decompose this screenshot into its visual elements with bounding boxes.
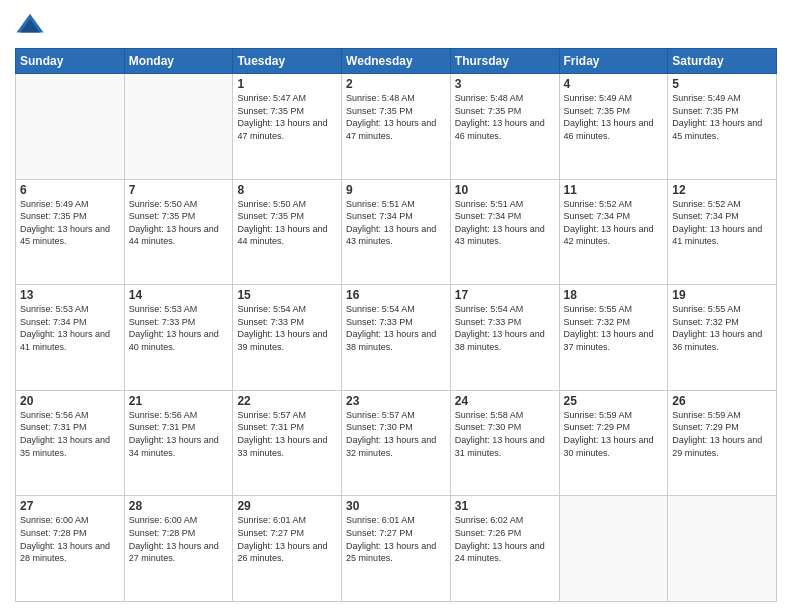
calendar-header-friday: Friday (559, 49, 668, 74)
calendar-table: SundayMondayTuesdayWednesdayThursdayFrid… (15, 48, 777, 602)
calendar-cell: 29Sunrise: 6:01 AM Sunset: 7:27 PM Dayli… (233, 496, 342, 602)
calendar-cell: 24Sunrise: 5:58 AM Sunset: 7:30 PM Dayli… (450, 390, 559, 496)
calendar-cell: 27Sunrise: 6:00 AM Sunset: 7:28 PM Dayli… (16, 496, 125, 602)
calendar-cell: 26Sunrise: 5:59 AM Sunset: 7:29 PM Dayli… (668, 390, 777, 496)
day-info: Sunrise: 5:48 AM Sunset: 7:35 PM Dayligh… (346, 92, 446, 142)
logo (15, 10, 49, 40)
calendar-cell: 7Sunrise: 5:50 AM Sunset: 7:35 PM Daylig… (124, 179, 233, 285)
logo-icon (15, 10, 45, 40)
day-info: Sunrise: 5:53 AM Sunset: 7:33 PM Dayligh… (129, 303, 229, 353)
day-info: Sunrise: 5:47 AM Sunset: 7:35 PM Dayligh… (237, 92, 337, 142)
day-info: Sunrise: 5:50 AM Sunset: 7:35 PM Dayligh… (129, 198, 229, 248)
day-info: Sunrise: 5:53 AM Sunset: 7:34 PM Dayligh… (20, 303, 120, 353)
day-number: 11 (564, 183, 664, 197)
day-info: Sunrise: 5:52 AM Sunset: 7:34 PM Dayligh… (564, 198, 664, 248)
day-number: 7 (129, 183, 229, 197)
day-number: 12 (672, 183, 772, 197)
calendar-cell: 22Sunrise: 5:57 AM Sunset: 7:31 PM Dayli… (233, 390, 342, 496)
calendar-cell (559, 496, 668, 602)
calendar-header-tuesday: Tuesday (233, 49, 342, 74)
calendar-cell: 11Sunrise: 5:52 AM Sunset: 7:34 PM Dayli… (559, 179, 668, 285)
calendar-cell: 21Sunrise: 5:56 AM Sunset: 7:31 PM Dayli… (124, 390, 233, 496)
day-info: Sunrise: 5:55 AM Sunset: 7:32 PM Dayligh… (564, 303, 664, 353)
day-number: 8 (237, 183, 337, 197)
day-number: 10 (455, 183, 555, 197)
calendar-header-sunday: Sunday (16, 49, 125, 74)
day-info: Sunrise: 5:48 AM Sunset: 7:35 PM Dayligh… (455, 92, 555, 142)
day-info: Sunrise: 5:55 AM Sunset: 7:32 PM Dayligh… (672, 303, 772, 353)
day-info: Sunrise: 6:01 AM Sunset: 7:27 PM Dayligh… (237, 514, 337, 564)
day-number: 4 (564, 77, 664, 91)
day-info: Sunrise: 5:52 AM Sunset: 7:34 PM Dayligh… (672, 198, 772, 248)
calendar-cell: 13Sunrise: 5:53 AM Sunset: 7:34 PM Dayli… (16, 285, 125, 391)
calendar-cell: 3Sunrise: 5:48 AM Sunset: 7:35 PM Daylig… (450, 74, 559, 180)
calendar-header-saturday: Saturday (668, 49, 777, 74)
calendar-header-thursday: Thursday (450, 49, 559, 74)
day-number: 31 (455, 499, 555, 513)
day-number: 9 (346, 183, 446, 197)
calendar-cell: 25Sunrise: 5:59 AM Sunset: 7:29 PM Dayli… (559, 390, 668, 496)
header (15, 10, 777, 40)
day-info: Sunrise: 6:02 AM Sunset: 7:26 PM Dayligh… (455, 514, 555, 564)
day-number: 30 (346, 499, 446, 513)
day-number: 3 (455, 77, 555, 91)
day-number: 24 (455, 394, 555, 408)
calendar-cell: 16Sunrise: 5:54 AM Sunset: 7:33 PM Dayli… (342, 285, 451, 391)
day-number: 26 (672, 394, 772, 408)
day-number: 20 (20, 394, 120, 408)
calendar-cell: 2Sunrise: 5:48 AM Sunset: 7:35 PM Daylig… (342, 74, 451, 180)
day-info: Sunrise: 5:59 AM Sunset: 7:29 PM Dayligh… (564, 409, 664, 459)
day-number: 29 (237, 499, 337, 513)
calendar-week-row: 20Sunrise: 5:56 AM Sunset: 7:31 PM Dayli… (16, 390, 777, 496)
day-number: 15 (237, 288, 337, 302)
calendar-cell: 10Sunrise: 5:51 AM Sunset: 7:34 PM Dayli… (450, 179, 559, 285)
calendar-cell: 6Sunrise: 5:49 AM Sunset: 7:35 PM Daylig… (16, 179, 125, 285)
page: SundayMondayTuesdayWednesdayThursdayFrid… (0, 0, 792, 612)
calendar-cell: 20Sunrise: 5:56 AM Sunset: 7:31 PM Dayli… (16, 390, 125, 496)
calendar-week-row: 1Sunrise: 5:47 AM Sunset: 7:35 PM Daylig… (16, 74, 777, 180)
day-number: 1 (237, 77, 337, 91)
day-info: Sunrise: 5:51 AM Sunset: 7:34 PM Dayligh… (455, 198, 555, 248)
day-info: Sunrise: 5:56 AM Sunset: 7:31 PM Dayligh… (129, 409, 229, 459)
day-number: 25 (564, 394, 664, 408)
calendar-cell: 17Sunrise: 5:54 AM Sunset: 7:33 PM Dayli… (450, 285, 559, 391)
day-info: Sunrise: 5:54 AM Sunset: 7:33 PM Dayligh… (237, 303, 337, 353)
day-number: 6 (20, 183, 120, 197)
day-info: Sunrise: 6:00 AM Sunset: 7:28 PM Dayligh… (129, 514, 229, 564)
day-number: 27 (20, 499, 120, 513)
day-number: 17 (455, 288, 555, 302)
day-number: 2 (346, 77, 446, 91)
day-info: Sunrise: 5:54 AM Sunset: 7:33 PM Dayligh… (455, 303, 555, 353)
calendar-cell: 19Sunrise: 5:55 AM Sunset: 7:32 PM Dayli… (668, 285, 777, 391)
calendar-week-row: 6Sunrise: 5:49 AM Sunset: 7:35 PM Daylig… (16, 179, 777, 285)
calendar-cell: 28Sunrise: 6:00 AM Sunset: 7:28 PM Dayli… (124, 496, 233, 602)
day-number: 28 (129, 499, 229, 513)
day-info: Sunrise: 6:00 AM Sunset: 7:28 PM Dayligh… (20, 514, 120, 564)
day-info: Sunrise: 5:58 AM Sunset: 7:30 PM Dayligh… (455, 409, 555, 459)
day-info: Sunrise: 5:50 AM Sunset: 7:35 PM Dayligh… (237, 198, 337, 248)
day-number: 19 (672, 288, 772, 302)
calendar-cell (16, 74, 125, 180)
day-info: Sunrise: 5:51 AM Sunset: 7:34 PM Dayligh… (346, 198, 446, 248)
calendar-header-row: SundayMondayTuesdayWednesdayThursdayFrid… (16, 49, 777, 74)
day-info: Sunrise: 6:01 AM Sunset: 7:27 PM Dayligh… (346, 514, 446, 564)
calendar-cell: 5Sunrise: 5:49 AM Sunset: 7:35 PM Daylig… (668, 74, 777, 180)
day-number: 16 (346, 288, 446, 302)
calendar-cell: 8Sunrise: 5:50 AM Sunset: 7:35 PM Daylig… (233, 179, 342, 285)
calendar-cell (124, 74, 233, 180)
day-number: 18 (564, 288, 664, 302)
day-info: Sunrise: 5:49 AM Sunset: 7:35 PM Dayligh… (564, 92, 664, 142)
day-number: 5 (672, 77, 772, 91)
calendar-cell: 4Sunrise: 5:49 AM Sunset: 7:35 PM Daylig… (559, 74, 668, 180)
day-info: Sunrise: 5:49 AM Sunset: 7:35 PM Dayligh… (20, 198, 120, 248)
calendar-cell: 9Sunrise: 5:51 AM Sunset: 7:34 PM Daylig… (342, 179, 451, 285)
calendar-cell: 31Sunrise: 6:02 AM Sunset: 7:26 PM Dayli… (450, 496, 559, 602)
calendar-cell: 30Sunrise: 6:01 AM Sunset: 7:27 PM Dayli… (342, 496, 451, 602)
day-number: 13 (20, 288, 120, 302)
calendar-cell: 23Sunrise: 5:57 AM Sunset: 7:30 PM Dayli… (342, 390, 451, 496)
calendar-week-row: 27Sunrise: 6:00 AM Sunset: 7:28 PM Dayli… (16, 496, 777, 602)
calendar-cell (668, 496, 777, 602)
day-info: Sunrise: 5:59 AM Sunset: 7:29 PM Dayligh… (672, 409, 772, 459)
day-info: Sunrise: 5:54 AM Sunset: 7:33 PM Dayligh… (346, 303, 446, 353)
calendar-cell: 18Sunrise: 5:55 AM Sunset: 7:32 PM Dayli… (559, 285, 668, 391)
